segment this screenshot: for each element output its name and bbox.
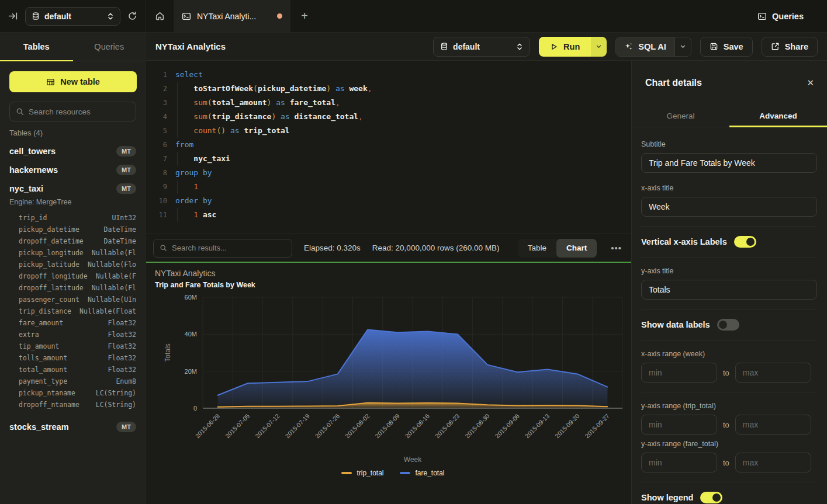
column-name: fare_amount (19, 317, 63, 329)
chart-subtitle: Trip and Fare Totals by Week (155, 281, 631, 289)
view-table-button[interactable]: Table (518, 239, 556, 258)
code-text: count() as trip_total (167, 124, 290, 138)
column-row: dropoff_latitudeNullable(Fl (19, 282, 136, 294)
save-button[interactable]: Save (700, 37, 753, 57)
sidebar-tab-queries[interactable]: Queries (73, 33, 146, 61)
subtitle-input[interactable] (641, 153, 817, 173)
svg-text:2015-07-12: 2015-07-12 (254, 412, 281, 440)
svg-text:2015-06-28: 2015-06-28 (194, 412, 222, 440)
database-selector[interactable]: default (25, 7, 120, 26)
code-text: order by (167, 194, 212, 208)
run-database-value: default (453, 42, 511, 51)
code-line: 4 sum(trip_distance) as distance_total, (146, 110, 631, 124)
share-button[interactable]: Share (762, 37, 818, 57)
topbar: default NYTaxi Analyti... + Queries (0, 0, 827, 33)
share-icon (771, 42, 780, 51)
terminal-icon (182, 12, 191, 21)
xaxis-title-label: x-axis title (641, 184, 817, 192)
svg-text:Week: Week (404, 456, 422, 464)
search-results-input[interactable] (172, 244, 286, 252)
engine-badge: MT (116, 422, 136, 432)
rows-read: Read: 20,000,000 rows (260.00 MB) (372, 244, 500, 252)
code-line: 8group by (146, 166, 631, 180)
code-line: 10order by (146, 194, 631, 208)
column-row: dropoff_ntanameLC(String) (19, 399, 136, 411)
run-button-label: Run (563, 42, 580, 51)
table-item[interactable]: cell_towersMT (0, 142, 146, 161)
sql-ai-button-main[interactable]: SQL AI (616, 37, 674, 56)
column-name: total_amount (19, 364, 67, 376)
yaxis-range-trip-max-input[interactable] (735, 415, 811, 435)
yaxis-title-input[interactable] (641, 280, 817, 300)
vertical-xaxis-labels-toggle[interactable] (734, 236, 756, 248)
home-button[interactable] (146, 0, 174, 32)
elapsed-time: Elapsed: 0.320s (304, 244, 361, 252)
topbar-left: default (0, 0, 146, 32)
query-header: NYTaxi Analytics default Run (146, 33, 827, 61)
column-row: dropoff_longitudeNullable(F (19, 270, 136, 282)
results-toolbar: Elapsed: 0.320s Read: 20,000,000 rows (2… (146, 234, 631, 262)
sql-ai-caret[interactable] (674, 37, 691, 56)
show-legend-toggle[interactable] (700, 492, 722, 503)
svg-text:2015-07-05: 2015-07-05 (224, 412, 251, 440)
show-data-labels-toggle[interactable] (717, 319, 739, 331)
svg-text:2015-07-19: 2015-07-19 (283, 412, 311, 440)
yaxis-range-fare-min-input[interactable] (641, 453, 717, 472)
legend-item[interactable]: trip_total (341, 469, 383, 477)
sidebar-tab-tables[interactable]: Tables (0, 33, 73, 61)
xaxis-range-max-input[interactable] (735, 363, 811, 383)
table-name: cell_towers (9, 147, 56, 156)
close-icon[interactable]: ✕ (807, 78, 814, 88)
code-text: group by (167, 166, 212, 180)
new-table-button[interactable]: New table (9, 71, 137, 92)
table-name: stocks_stream (9, 422, 69, 432)
table-name: hackernews (9, 165, 58, 175)
table-item[interactable]: stocks_streamMT (0, 418, 146, 436)
column-type: Nullable(UIn (88, 294, 136, 305)
xaxis-title-input[interactable] (641, 197, 817, 217)
chart-title: NYTaxi Analytics (155, 269, 631, 278)
new-tab-button[interactable]: + (290, 0, 319, 32)
svg-text:2015-07-26: 2015-07-26 (314, 412, 341, 440)
yaxis-range-fare-max-input[interactable] (735, 453, 811, 472)
legend-item[interactable]: fare_total (400, 469, 444, 477)
yaxis-range-trip-min-input[interactable] (641, 415, 717, 435)
code-line: 3 sum(total_amount) as fare_total, (146, 96, 631, 110)
sql-ai-button[interactable]: SQL AI (615, 37, 691, 57)
table-item[interactable]: nyc_taxiMT (0, 179, 146, 198)
column-row: dropoff_datetimeDateTime (19, 235, 136, 247)
column-row: trip_distanceNullable(Float (19, 305, 136, 317)
run-button[interactable]: Run (539, 37, 607, 57)
code-line: 1select (146, 68, 631, 82)
database-icon (440, 42, 448, 51)
sql-ai-label: SQL AI (638, 42, 666, 51)
run-options-caret[interactable] (591, 37, 607, 57)
tab-advanced[interactable]: Advanced (729, 105, 827, 127)
queries-button-label: Queries (772, 12, 804, 21)
queries-button[interactable]: Queries (749, 0, 827, 32)
tab-general[interactable]: General (632, 105, 729, 127)
search-resources-input[interactable] (29, 107, 132, 116)
line-number: 1 (146, 68, 167, 82)
legend-label: trip_total (357, 469, 383, 477)
xaxis-range-row: to (641, 363, 817, 383)
run-button-main[interactable]: Run (539, 37, 591, 57)
code-line: 5 count() as trip_total (146, 124, 631, 138)
more-options-button[interactable]: ••• (608, 243, 624, 253)
engine-badge: MT (116, 165, 136, 175)
xaxis-range-min-input[interactable] (641, 363, 717, 383)
tab-strip: NYTaxi Analyti... + Queries (146, 0, 827, 32)
column-type: Nullable(Float (79, 305, 136, 317)
tables-section-label: Tables (4) (9, 128, 136, 137)
svg-text:0: 0 (193, 405, 197, 412)
table-item[interactable]: hackernewsMT (0, 161, 146, 179)
collapse-sidebar-icon[interactable] (8, 11, 18, 21)
column-name: tolls_amount (19, 352, 67, 364)
refresh-icon[interactable] (127, 11, 137, 21)
line-number: 6 (146, 138, 167, 152)
view-chart-button[interactable]: Chart (556, 239, 597, 258)
run-database-selector[interactable]: default (433, 37, 530, 57)
editor-tab[interactable]: NYTaxi Analyti... (174, 0, 290, 32)
sql-editor[interactable]: 1select2 toStartOfWeek(pickup_datetime) … (146, 61, 631, 234)
chart-plot[interactable]: 020M40M60M2015-06-282015-07-052015-07-12… (155, 291, 631, 468)
